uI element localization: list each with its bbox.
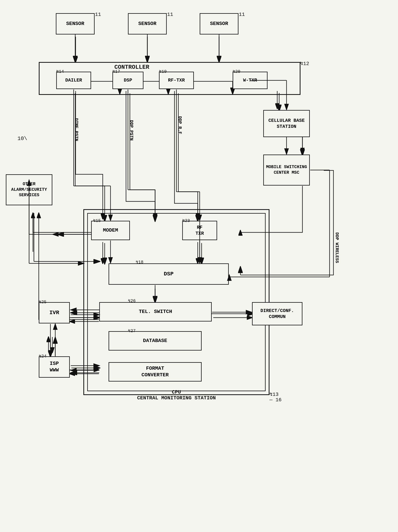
sensor-2-box: SENSOR xyxy=(128,13,167,34)
ivr-label: IVR xyxy=(49,310,59,316)
database-ref: ↯27 xyxy=(128,328,136,334)
format-converter-box: FORMATCONVERTER xyxy=(109,362,202,381)
rftxr-ref: ↯19 xyxy=(159,69,167,74)
other-alarm-box: OTHER ALARM/SECURITY SERVICES xyxy=(6,174,52,205)
dailer-ref: ↯14 xyxy=(56,69,64,74)
dailer-label: DAILER xyxy=(65,78,82,83)
dsp-ref: ↯17 xyxy=(112,69,120,74)
cms-dsp-label: DSP xyxy=(164,271,174,277)
controller-rftxr-label: RF-TXR xyxy=(168,78,185,83)
dtmf-pstn-label: DTMF PSTN xyxy=(74,118,79,141)
rftxr-cms-box: RFTXR xyxy=(182,221,217,240)
sensor-1-label: SENSOR xyxy=(66,21,84,27)
cms-dsp-box: DSP xyxy=(109,263,229,285)
ddp-pstn-label: DDP PSTN xyxy=(129,120,134,141)
isp-ref: ↯24 xyxy=(39,354,46,359)
controller-dsp-box: DSP xyxy=(112,72,144,89)
dailer-box: DAILER xyxy=(56,72,91,89)
direct-conf-label: DIRECT/CONF.COMMUN xyxy=(261,308,294,320)
cms-ref-13: ↯13 xyxy=(269,391,279,397)
tel-switch-label: TEL. SWITCH xyxy=(139,309,172,315)
ivr-ref: ↯25 xyxy=(39,299,46,305)
modem-box: MODEM xyxy=(91,221,130,240)
cms-dsp-ref: ↯18 xyxy=(136,260,144,265)
rftxr-cms-label: RFTXR xyxy=(196,224,204,236)
wtxr-ref: ↯20 xyxy=(233,69,240,74)
cellular-base-station-box: CELLULAR BASE STATION xyxy=(263,110,310,137)
modem-label: MODEM xyxy=(103,227,118,233)
diagram: SENSOR 11 SENSOR 11 SENSOR 11 CONTROLLER… xyxy=(0,0,398,532)
database-label: DATABASE xyxy=(143,338,167,344)
mobile-switching-center-box: MOBILE SWITCHING CENTER MSC xyxy=(263,155,310,185)
ddp-rf-label: DDP R.F xyxy=(177,116,182,134)
tel-switch-ref: ↯26 xyxy=(128,298,136,304)
cellular-base-station-label: CELLULAR BASE STATION xyxy=(264,118,309,130)
controller-rftxr-box: RF-TXR xyxy=(159,72,194,89)
isp-box: ISPWWW xyxy=(39,356,70,378)
direct-conf-box: DIRECT/CONF.COMMUN xyxy=(252,302,302,325)
sensor-2-ref: 11 xyxy=(167,12,173,17)
sensor-1-ref: 11 xyxy=(95,12,101,17)
sensor-2-label: SENSOR xyxy=(138,21,157,27)
other-alarm-label: OTHER ALARM/SECURITY SERVICES xyxy=(7,182,52,198)
controller-dsp-label: DSP xyxy=(124,78,132,83)
sensor-1-box: SENSOR xyxy=(56,13,95,34)
cms-ref-16: — 16 xyxy=(269,397,281,403)
controller-wtxr-box: W-TXR xyxy=(233,72,268,89)
sensor-3-label: SENSOR xyxy=(210,21,228,27)
ref-10: 10\ xyxy=(17,136,27,142)
controller-ref-12: ↯12 xyxy=(300,60,309,67)
sensor-3-ref: 11 xyxy=(239,12,245,17)
controller-wtxr-label: W-TXR xyxy=(243,78,257,83)
tel-switch-box: TEL. SWITCH xyxy=(99,302,212,322)
ddp-wireless-label: DDP WIRELESS xyxy=(334,232,339,263)
rftxr-cms-ref: ↯23 xyxy=(182,218,190,223)
isp-label: ISPWWW xyxy=(50,361,59,374)
ivr-box: IVR xyxy=(39,302,70,323)
mobile-switching-center-label: MOBILE SWITCHING CENTER MSC xyxy=(264,165,309,176)
database-box: DATABASE xyxy=(109,331,202,350)
modem-ref: ↯15 xyxy=(93,218,101,223)
cms-bottom-label: CPUCENTRAL MONITORING STATION xyxy=(83,389,269,401)
sensor-3-box: SENSOR xyxy=(200,13,238,34)
format-converter-label: FORMATCONVERTER xyxy=(142,365,169,378)
